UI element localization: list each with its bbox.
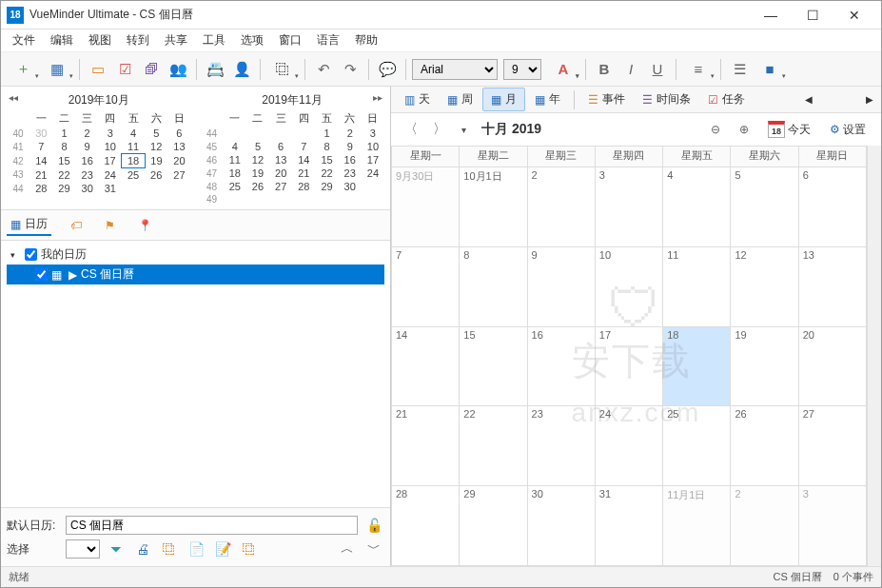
prev-month-button[interactable]: 〈	[401, 119, 421, 140]
mini-day[interactable]: 13	[167, 140, 190, 154]
view-tab-year[interactable]: ▦年	[527, 88, 568, 110]
mini-day[interactable]: 24	[99, 168, 122, 183]
new-calendar-button[interactable]: ▦▾	[41, 57, 73, 82]
collapse-up-button[interactable]: ︿	[337, 539, 358, 559]
mini-day[interactable]	[362, 193, 384, 206]
mini-day[interactable]: 3	[99, 127, 122, 140]
view-tab-event[interactable]: ☰事件	[580, 88, 633, 110]
day-cell[interactable]: 13	[799, 247, 867, 327]
task-button[interactable]: ☑	[112, 57, 137, 82]
print-button[interactable]: 🖨	[132, 539, 153, 559]
font-color-button[interactable]: A▾	[547, 57, 579, 82]
day-cell[interactable]: 7	[392, 247, 460, 327]
note-button[interactable]: 🗊	[139, 57, 164, 82]
mini-day[interactable]	[224, 127, 246, 140]
mini-day[interactable]: 1	[52, 127, 75, 140]
mini-day[interactable]: 29	[52, 182, 75, 195]
day-cell[interactable]: 18	[663, 327, 731, 407]
italic-button[interactable]: I	[618, 57, 643, 82]
day-cell[interactable]: 28	[392, 486, 460, 566]
zoom-in-button[interactable]: ⊕	[734, 120, 755, 139]
redo-button[interactable]: ↷	[338, 57, 363, 82]
lock-icon[interactable]: 🔓	[363, 515, 384, 536]
mini-day[interactable]	[224, 193, 246, 206]
mini-day[interactable]: 15	[52, 154, 75, 168]
day-cell[interactable]: 10月1日	[460, 167, 527, 247]
copy-button[interactable]: ⿻	[159, 539, 180, 559]
mini-day[interactable]: 22	[52, 168, 75, 183]
default-cal-input[interactable]	[66, 516, 358, 535]
mini-day[interactable]: 7	[292, 140, 315, 153]
mini-day[interactable]: 18	[122, 154, 145, 168]
day-cell[interactable]: 14	[392, 327, 460, 407]
filter-button[interactable]: ⏷	[106, 539, 127, 559]
mini-day[interactable]: 19	[246, 167, 269, 180]
day-cell[interactable]: 9	[528, 247, 596, 327]
new-item-button[interactable]: ＋▾	[7, 57, 39, 82]
contact-button[interactable]: 👥	[166, 57, 190, 82]
mini-day[interactable]: 27	[269, 180, 292, 193]
day-cell[interactable]: 12	[731, 247, 798, 327]
day-cell[interactable]: 23	[528, 406, 596, 486]
day-cell[interactable]: 27	[799, 406, 867, 486]
mini-day[interactable]: 17	[99, 154, 122, 168]
mini-day[interactable]: 2	[76, 127, 99, 140]
mini-day[interactable]: 27	[167, 168, 190, 183]
today-button[interactable]: 18今天	[762, 118, 816, 141]
mini-day[interactable]: 8	[52, 140, 75, 154]
underline-button[interactable]: U	[645, 57, 670, 82]
menu-3[interactable]: 转到	[119, 30, 157, 50]
next-month-button[interactable]: 〉	[429, 119, 450, 140]
maximize-button[interactable]: ☐	[792, 2, 833, 29]
tab-flags[interactable]: ⚑	[101, 217, 119, 234]
minimize-button[interactable]: —	[750, 2, 792, 29]
day-cell[interactable]: 9月30日	[392, 167, 460, 247]
mini-day[interactable]: 16	[339, 153, 362, 167]
mini-day[interactable]	[269, 127, 292, 140]
mini-day[interactable]: 14	[292, 153, 315, 167]
description-button[interactable]: 💬	[375, 57, 400, 82]
bullets-button[interactable]: ☰	[727, 57, 752, 82]
profile-button[interactable]: 👤	[229, 57, 254, 82]
mini-day[interactable]: 2	[339, 127, 362, 140]
mini-day[interactable]: 10	[99, 140, 122, 154]
day-cell[interactable]: 24	[596, 406, 663, 486]
mini-day[interactable]: 4	[224, 140, 246, 153]
view-tab-task[interactable]: ☑任务	[700, 88, 753, 110]
month-grid[interactable]: 星期一星期二星期三星期四星期五星期六星期日9月30日10月1日234567891…	[391, 146, 867, 566]
mini-day[interactable]: 6	[269, 140, 292, 153]
mini-day[interactable]: 19	[145, 154, 167, 168]
mini-day[interactable]: 26	[246, 180, 269, 193]
menu-4[interactable]: 共享	[157, 30, 195, 50]
menu-1[interactable]: 编辑	[43, 30, 81, 50]
day-cell[interactable]: 31	[596, 486, 663, 566]
day-cell[interactable]: 8	[460, 247, 527, 327]
menu-0[interactable]: 文件	[5, 30, 43, 50]
zoom-out-button[interactable]: ⊖	[705, 120, 726, 139]
tab-tags[interactable]: 🏷	[67, 217, 86, 234]
day-cell[interactable]: 10	[596, 247, 663, 327]
view-tab-timeline[interactable]: ☰时间条	[635, 88, 698, 110]
mini-day[interactable]: 20	[269, 167, 292, 180]
tab-locations[interactable]: 📍	[134, 217, 156, 234]
day-cell[interactable]: 3	[799, 486, 867, 566]
view-tab-month[interactable]: ▦月	[482, 88, 525, 111]
expand-icon[interactable]: ▾	[10, 250, 21, 260]
day-cell[interactable]: 21	[392, 406, 460, 486]
mini-day[interactable]: 3	[362, 127, 384, 140]
mini-day[interactable]	[145, 182, 167, 195]
mini-day[interactable]: 11	[122, 140, 145, 154]
mini-day[interactable]: 4	[122, 127, 145, 140]
mini-day[interactable]: 5	[246, 140, 269, 153]
mini-day[interactable]: 15	[315, 153, 338, 167]
mini-day[interactable]: 16	[76, 154, 99, 168]
month-scrollbar[interactable]	[867, 146, 881, 566]
mini-day[interactable]: 5	[145, 127, 167, 140]
mini-day[interactable]: 8	[315, 140, 338, 153]
mini-day[interactable]: 21	[292, 167, 315, 180]
tab-calendar[interactable]: ▦日历	[7, 214, 51, 236]
fill-color-button[interactable]: ■▾	[754, 57, 786, 82]
align-button[interactable]: ≡▾	[682, 57, 715, 82]
mini-day[interactable]: 12	[145, 140, 167, 154]
day-cell[interactable]: 17	[596, 327, 663, 407]
